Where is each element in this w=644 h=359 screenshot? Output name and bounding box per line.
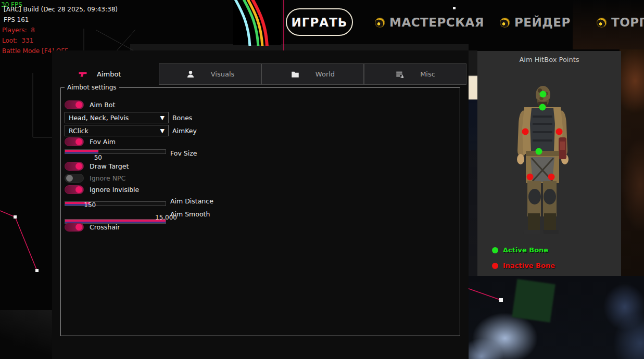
fov-size-label: Fov Size [170,149,197,157]
coin-icon [597,18,607,28]
fov-aim-row: Fov Aim [65,137,116,146]
folder-icon [291,70,300,79]
ignore-npc-row: Ignore NPC [65,174,125,183]
tab-aimbot[interactable]: Aimbot [78,63,121,85]
playlist-add-icon [395,70,405,79]
bones-label: Bones [172,114,192,122]
toggle-knob [75,101,82,108]
active-bone-label: Active Bone [503,246,548,254]
ignore-invisible-row: Ignore Invisible [65,185,139,194]
background-corner-glow [0,310,57,359]
person-icon [186,70,195,79]
tab-misc[interactable]: Misc [364,63,466,85]
game-background-scene [469,276,644,359]
hitbox-point-neck [539,104,546,111]
aim-distance-value: 150 [84,201,96,209]
inactive-bone-label: Inactive Bone [503,262,555,270]
draw-target-row: Draw Target [65,162,129,171]
toggle-knob [75,138,82,145]
coin-icon [375,18,385,28]
hitbox-point-right-hip [548,174,555,181]
hitbox-point-right-shoulder [556,129,563,135]
fov-aim-label: Fov Aim [90,138,116,146]
tab-label: Misc [420,70,435,78]
menu-item-label: РЕЙДЕР [514,16,571,29]
hitbox-point-pelvis [536,148,542,155]
pistol-icon [78,70,87,79]
aim-distance-label: Aim Distance [170,197,213,205]
tab-visuals[interactable]: Visuals [159,63,261,85]
hud-build-info: [ARC] Build (Dec 28 2025, 09:43:38) [4,6,118,13]
tab-label: Visuals [211,70,235,78]
tab-label: Aimbot [97,70,121,78]
menu-item-raider[interactable]: РЕЙДЕР [500,15,571,30]
fov-size-slider[interactable] [65,149,166,154]
toggle-knob [75,163,82,170]
ignore-npc-toggle[interactable] [65,174,84,183]
ignore-invisible-toggle[interactable] [65,185,84,194]
tab-world[interactable]: World [261,63,364,85]
bones-dropdown-value: Head, Neck, Pelvis [69,114,160,122]
crosshair-label: Crosshair [90,223,120,231]
hud-loot: Loot: 331 [2,37,33,44]
game-background-gap [469,50,477,276]
bones-dropdown[interactable]: Head, Neck, Pelvis ▼ [65,112,169,123]
aimkey-dropdown-value: RClick [69,127,160,135]
play-button[interactable]: ИГРАТЬ [286,8,353,36]
draw-target-toggle[interactable] [65,162,84,171]
fov-size-value: 50 [94,154,102,161]
aimkey-label: AimKey [172,127,197,135]
active-bone-dot [492,247,498,253]
game-background-wall [620,49,644,276]
tab-label: World [315,70,335,78]
toggle-knob [75,186,82,193]
toggle-knob [75,224,82,230]
menu-item-trader[interactable]: ТОРГО [597,15,644,30]
inactive-bone-dot [492,263,498,269]
menu-item-workshop[interactable]: МАСТЕРСКАЯ [375,15,484,30]
ignore-invisible-label: Ignore Invisible [90,186,139,194]
hud-players: Players: 8 [2,27,35,34]
draw-target-label: Draw Target [90,162,129,170]
cheat-menu-panel: Aimbot Visuals World Misc Aimbot setting… [52,50,469,359]
background-horizon-strip [130,44,469,50]
ignore-npc-label: Ignore NPC [90,174,125,182]
rainbow-stripes-graphic [233,0,281,46]
aim-bot-label: Aim Bot [90,101,115,109]
menu-item-label: ТОРГО [611,16,644,29]
caret-down-icon: ▼ [160,127,165,134]
aim-smooth-label: Aim Smooth [170,210,210,218]
crosshair-row: Crosshair [65,223,120,232]
hitbox-point-left-shoulder [522,129,529,135]
hud-fps: FPS 161 [4,16,29,23]
aim-hitbox-panel: Aim HitBox Points [477,51,621,276]
coin-icon [500,18,510,28]
crosshair-toggle[interactable] [65,223,84,232]
fov-aim-toggle[interactable] [65,137,84,146]
aim-bot-toggle[interactable] [65,100,84,109]
hitbox-point-left-hip [527,174,534,181]
aimkey-dropdown[interactable]: RClick ▼ [65,125,169,136]
slider-fill [65,150,98,153]
menu-item-label: МАСТЕРСКАЯ [389,16,484,29]
legend-inactive-bone: Inactive Bone [492,262,555,270]
legend-active-bone: Active Bone [492,246,548,254]
group-title: Aimbot settings [65,84,119,91]
caret-down-icon: ▼ [160,114,165,121]
hitbox-point-head [540,91,547,98]
toggle-knob [66,175,73,182]
exit-sign-blur [512,279,555,323]
hitbox-points-layer [477,51,621,276]
aim-bot-row: Aim Bot [65,100,115,109]
